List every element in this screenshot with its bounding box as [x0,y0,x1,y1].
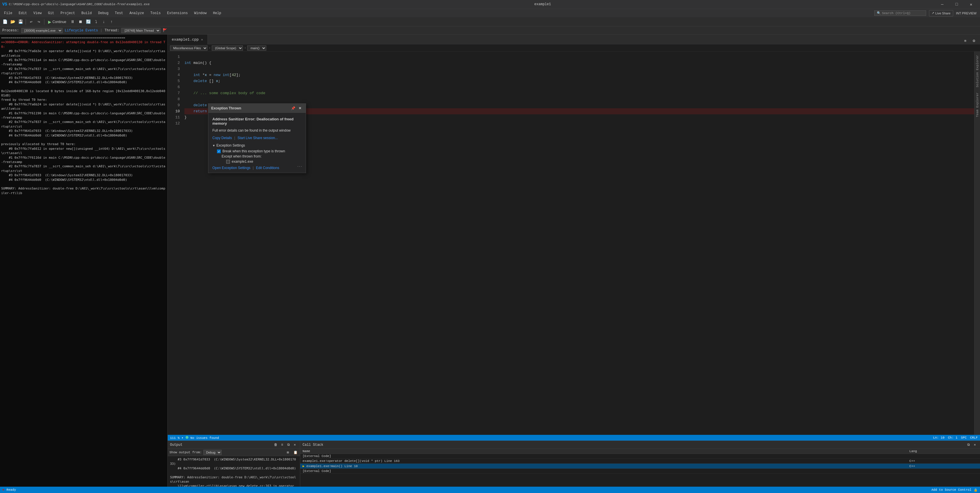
exception-close-btn[interactable]: ✕ [297,105,303,111]
menu-window[interactable]: Window [191,10,210,16]
minimize-button[interactable]: — [935,0,949,9]
continue-button[interactable]: ▶ Continue [46,18,68,25]
callstack-popout-btn[interactable]: ⧉ [966,442,971,448]
terminal-line: #1 0x7ff6c7f6116d in main C:\MSDN\cpp-do… [1,155,166,165]
output-wrap-btn[interactable]: ≡ [279,442,285,448]
process-dropdown[interactable]: [30008] example1.exe [21,28,62,33]
callstack-close-btn[interactable]: ✕ [972,442,978,448]
restart-btn[interactable]: 🔄 [84,18,92,25]
pause-btn[interactable]: ⏸ [69,18,76,25]
stop-btn[interactable]: ⏹ [76,18,84,25]
tab-close-icon[interactable]: ✕ [200,37,204,42]
output-clear-btn[interactable]: 🗑 [273,442,278,448]
undo-btn[interactable]: ↩ [27,18,35,25]
editor-status-left: 111 % ▾ No issues found [170,436,219,440]
menu-help[interactable]: Help [210,10,224,16]
menu-edit[interactable]: Edit [16,10,30,16]
lifecycle-events[interactable]: Lifecycle Events [65,29,98,33]
solution-explorer-tab[interactable]: Solution Explorer [975,53,980,90]
exception-pin-btn[interactable]: 📌 [290,105,296,111]
open-exception-settings-link[interactable]: Open Exception Settings [212,166,250,170]
menu-debug[interactable]: Debug [95,10,111,16]
close-button[interactable]: ✕ [964,0,978,9]
menu-file[interactable]: File [1,10,15,16]
exc-link-sep: | [234,136,235,140]
split-editor-icon[interactable]: ⊞ [962,37,969,44]
team-explorer-tab[interactable]: Team Explorer [975,90,980,119]
callstack-row-2[interactable]: example1.exe!operator delete[](void * pt… [300,459,980,464]
exception-bottom-links: Open Exception Settings | Edit Condition… [212,166,302,170]
title-bar-controls: — □ ✕ [935,0,978,9]
edit-conditions-link[interactable]: Edit Conditions [256,166,279,170]
line-num-6: 6 [168,84,180,90]
menu-view[interactable]: View [30,10,45,16]
callstack-row-3[interactable]: ▶ example1.exe!main() Line 10 C++ [300,464,980,469]
add-source-control[interactable]: Add to Source Control [931,488,971,491]
line-num-11: 11 [168,114,180,120]
exception-links: Copy Details | Start Live Share session.… [212,136,302,140]
output-line: \llvm\compiler-rt\lib\asan\asan_new_dele… [170,484,298,487]
menu-build[interactable]: Build [78,10,94,16]
callstack-panel-header: Call Stack ⧉ ✕ [300,441,980,449]
new-file-btn[interactable]: 📄 [1,18,9,25]
save-btn[interactable]: 💾 [17,18,24,25]
thread-dropdown[interactable]: [28748] Main Thread [121,28,161,33]
editor-area[interactable]: 1 2 3 4 5 6 7 8 9 10 11 12 int main() { [168,52,980,435]
menu-git[interactable]: Git [45,10,57,16]
output-filter-btn[interactable]: ⊞ [285,450,291,455]
output-popout-btn[interactable]: ⧉ [286,442,291,448]
menu-analyze[interactable]: Analyze [127,10,147,16]
output-copy-btn[interactable]: 📋 [293,450,298,455]
terminal-line: 0x12edd0400130 is located 0 bytes inside… [1,89,166,98]
maximize-button[interactable]: □ [950,0,963,9]
live-share-button[interactable]: ↗ Live Share [929,10,953,16]
debug-sep: | [100,29,102,33]
menu-project[interactable]: Project [57,10,78,16]
breadcrumb-files-dropdown[interactable]: Miscellaneous Files [170,46,207,51]
terminal-panel[interactable]: ========================================… [0,35,168,487]
breadcrumb-scope-dropdown[interactable]: (Global Scope) [212,46,243,51]
redo-btn[interactable]: ↪ [35,18,43,25]
search-icon: 🔍 [877,11,881,15]
break-when-thrown-checkbox[interactable] [217,149,221,153]
callstack-title-group: Call Stack [302,443,323,447]
settings-icon[interactable]: ⚙ [970,37,978,44]
callstack-body[interactable]: Name Lang [External Code] example1.exe!o… [300,449,980,487]
step-over-btn[interactable]: ⤵ [92,18,100,25]
zoom-level[interactable]: 111 % ▾ [170,436,183,440]
tab-example1-cpp[interactable]: example1.cpp ✕ [168,35,208,44]
vs-logo: VS [2,2,7,6]
live-share-session-link[interactable]: Start Live Share session... [237,136,278,140]
output-source-select[interactable]: Debug [204,450,221,455]
bottom-panels: Output 🗑 ≡ ⧉ ✕ Show output from: Debug [168,441,980,487]
menu-tools[interactable]: Tools [148,10,164,16]
step-into-btn[interactable]: ↓ [100,18,108,25]
terminal-line: #0 0x7ff6c7fa6b3e in operator delete[](v… [1,49,166,58]
exception-dots-icon[interactable]: ⋯ [297,163,302,169]
example1-exe-row: example1.exe [226,160,302,163]
menu-test[interactable]: Test [112,10,126,16]
debug-status-icon: ● [2,488,4,491]
breadcrumb-func-dropdown[interactable]: main() [247,46,266,51]
func-name: main() { [193,60,211,66]
step-out-btn[interactable]: ↑ [108,18,115,25]
code-line-3 [185,66,974,72]
output-close-btn[interactable]: ✕ [292,442,298,448]
menu-extensions[interactable]: Extensions [164,10,191,16]
exception-title: Exception Thrown [211,106,241,110]
terminal-line: #3 0x7ff9641d7033 (C:\Windows\System32\K… [1,129,166,133]
thread-label: Thread: [105,29,119,33]
callstack-row-4[interactable]: [External Code] [300,469,980,474]
int-preview-label: INT PREVIEW [956,11,977,15]
search-box[interactable]: 🔍 Search (Ctrl+Q) [874,10,926,16]
terminal-line: #3 0x7ff9641d7033 (C:\Windows\System32\K… [1,76,166,80]
terminal-line [1,84,166,89]
copy-details-link[interactable]: Copy Details [212,136,232,140]
terminal-line: #1 0x7ff6c7f61190 in main C:\MSDN\cpp-do… [1,111,166,120]
open-file-btn[interactable]: 📂 [9,18,16,25]
callstack-col-lang: Lang [907,449,980,454]
output-body[interactable]: #3 0x7ff9641d7033 (C:\WINDOWS\System32\K… [168,456,300,487]
int-preview-button[interactable]: INT PREVIEW [954,10,979,16]
example1-exe-checkbox[interactable] [226,160,230,163]
callstack-row-1[interactable]: [External Code] [300,454,980,459]
